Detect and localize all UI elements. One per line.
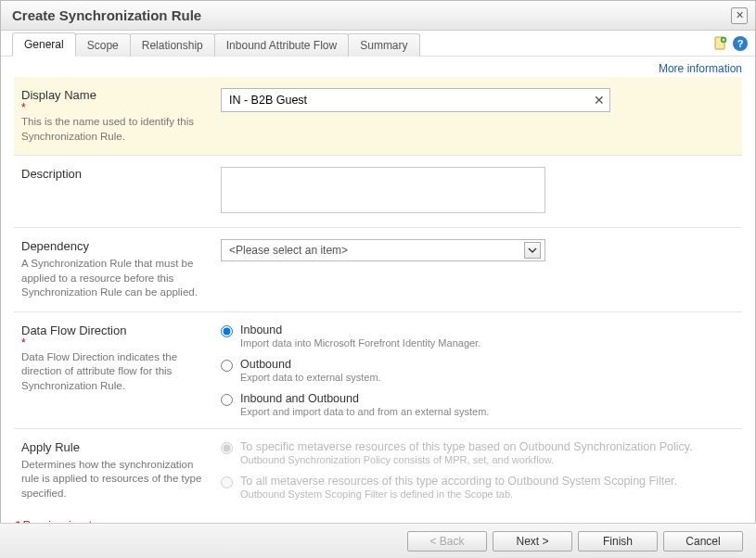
tab-summary[interactable]: Summary bbox=[348, 33, 419, 57]
dataflow-label: Data Flow Direction bbox=[21, 323, 204, 337]
description-input[interactable] bbox=[221, 167, 545, 213]
tab-relationship[interactable]: Relationship bbox=[130, 33, 215, 57]
next-button[interactable]: Next > bbox=[493, 531, 572, 552]
radio-both-help: Export and import data to and from an ex… bbox=[240, 406, 489, 417]
new-note-icon[interactable] bbox=[712, 36, 727, 51]
dataflow-help: Data Flow Direction indicates the direct… bbox=[21, 350, 204, 394]
radio-outbound[interactable]: Outbound Export data to external system. bbox=[221, 358, 735, 383]
display-name-label: Display Name bbox=[21, 88, 204, 102]
tab-inbound-attribute-flow[interactable]: Inbound Attribute Flow bbox=[214, 33, 349, 57]
dependency-help: A Synchronization Rule that must be appl… bbox=[21, 257, 204, 300]
more-information-link[interactable]: More information bbox=[659, 62, 742, 75]
radio-policy-label: To specific metaverse resources of this … bbox=[240, 440, 693, 453]
radio-inbound-input[interactable] bbox=[221, 325, 233, 337]
radio-outbound-help: Export data to external system. bbox=[240, 372, 381, 383]
radio-filter-help: Outbound System Scoping Filter is define… bbox=[240, 488, 677, 500]
section-dependency: Dependency A Synchronization Rule that m… bbox=[14, 228, 742, 312]
radio-both[interactable]: Inbound and Outbound Export and import d… bbox=[221, 392, 735, 417]
radio-policy-input bbox=[221, 442, 233, 454]
close-icon: ✕ bbox=[736, 9, 744, 21]
section-apply-rule: Apply Rule Determines how the synchroniz… bbox=[14, 429, 742, 513]
tab-scope[interactable]: Scope bbox=[75, 33, 131, 57]
wizard-footer: < Back Next > Finish Cancel bbox=[0, 523, 756, 558]
radio-both-input[interactable] bbox=[221, 394, 233, 406]
applyrule-help: Determines how the synchronization rule … bbox=[21, 458, 204, 501]
chevron-down-icon bbox=[524, 242, 541, 259]
dependency-label: Dependency bbox=[21, 239, 204, 253]
display-name-help: This is the name used to identify this S… bbox=[21, 115, 204, 144]
description-label: Description bbox=[21, 167, 204, 181]
radio-filter-label: To all metaverse resources of this type … bbox=[240, 475, 677, 488]
cancel-button[interactable]: Cancel bbox=[663, 531, 743, 552]
radio-outbound-input[interactable] bbox=[221, 360, 233, 372]
applyrule-label: Apply Rule bbox=[21, 440, 204, 454]
dependency-select[interactable]: <Please select an item> bbox=[221, 239, 545, 261]
required-marker: * bbox=[21, 339, 204, 347]
radio-policy: To specific metaverse resources of this … bbox=[221, 440, 735, 465]
content-area: Display Name * This is the name used to … bbox=[1, 77, 755, 512]
radio-inbound-label: Inbound bbox=[240, 323, 481, 336]
radio-filter-input bbox=[221, 476, 233, 488]
radio-inbound-help: Import data into Microsoft Forefront Ide… bbox=[240, 337, 481, 349]
dependency-placeholder: <Please select an item> bbox=[229, 244, 348, 257]
section-display-name: Display Name * This is the name used to … bbox=[14, 77, 742, 156]
radio-filter: To all metaverse resources of this type … bbox=[221, 475, 735, 500]
radio-outbound-label: Outbound bbox=[240, 358, 381, 371]
back-button: < Back bbox=[407, 531, 487, 552]
section-description: Description bbox=[14, 156, 742, 228]
required-marker: * bbox=[21, 104, 204, 111]
finish-button[interactable]: Finish bbox=[578, 531, 658, 552]
radio-inbound[interactable]: Inbound Import data into Microsoft Foref… bbox=[221, 323, 735, 349]
close-button[interactable]: ✕ bbox=[731, 7, 748, 24]
tab-general[interactable]: General bbox=[12, 32, 76, 57]
radio-both-label: Inbound and Outbound bbox=[240, 392, 489, 405]
titlebar: Create Synchronization Rule ✕ bbox=[1, 1, 755, 31]
clear-input-icon[interactable]: ✕ bbox=[594, 93, 605, 108]
window-title: Create Synchronization Rule bbox=[12, 7, 201, 23]
radio-policy-help: Outbound Synchronization Policy consists… bbox=[240, 454, 693, 465]
display-name-input[interactable] bbox=[221, 88, 610, 112]
help-icon[interactable]: ? bbox=[733, 36, 748, 51]
tab-bar: General Scope Relationship Inbound Attri… bbox=[1, 31, 755, 57]
section-data-flow: Data Flow Direction * Data Flow Directio… bbox=[14, 312, 742, 429]
